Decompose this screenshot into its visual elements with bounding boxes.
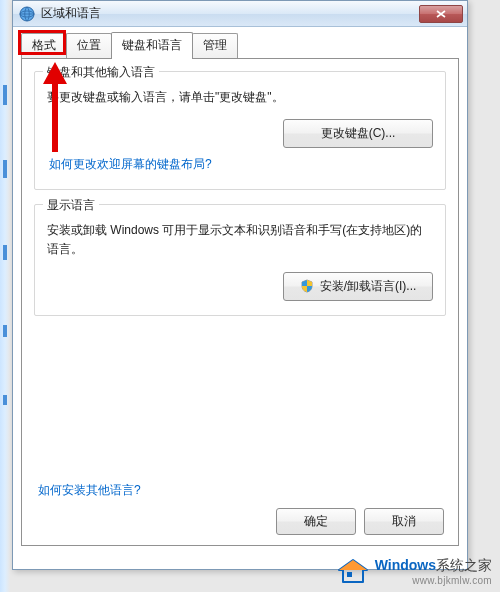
cancel-button[interactable]: 取消 <box>364 508 444 535</box>
welcome-screen-keyboard-link[interactable]: 如何更改欢迎屏幕的键盘布局? <box>49 157 212 171</box>
install-uninstall-languages-button[interactable]: 安装/卸载语言(I)... <box>283 272 433 301</box>
tab-format[interactable]: 格式 <box>21 33 67 58</box>
watermark-logo-icon <box>337 558 369 586</box>
dialog-button-row: 确定 取消 <box>276 508 444 535</box>
svg-marker-6 <box>339 560 367 570</box>
how-to-install-languages-link[interactable]: 如何安装其他语言? <box>38 482 141 499</box>
button-label: 确定 <box>304 513 328 530</box>
tab-label: 格式 <box>32 38 56 52</box>
watermark-url: www.bjkmlw.com <box>375 575 492 586</box>
window-title: 区域和语言 <box>41 5 419 22</box>
change-keyboards-button[interactable]: 更改键盘(C)... <box>283 119 433 148</box>
button-label: 更改键盘(C)... <box>321 125 396 142</box>
svg-rect-7 <box>347 572 352 577</box>
tab-label: 位置 <box>77 38 101 52</box>
group-keyboards: 键盘和其他输入语言 要更改键盘或输入语言，请单击"更改键盘"。 更改键盘(C).… <box>34 71 446 190</box>
tab-keyboards-languages[interactable]: 键盘和语言 <box>111 32 193 58</box>
titlebar[interactable]: 区域和语言 <box>13 1 467 27</box>
group-keyboards-title: 键盘和其他输入语言 <box>43 64 159 81</box>
group-display-language: 显示语言 安装或卸载 Windows 可用于显示文本和识别语音和手写(在支持地区… <box>34 204 446 315</box>
button-label: 取消 <box>392 513 416 530</box>
group-display-desc: 安装或卸载 Windows 可用于显示文本和识别语音和手写(在支持地区)的语言。 <box>47 221 433 259</box>
tab-label: 管理 <box>203 38 227 52</box>
tab-strip: 格式 位置 键盘和语言 管理 <box>21 33 459 58</box>
ok-button[interactable]: 确定 <box>276 508 356 535</box>
group-display-title: 显示语言 <box>43 197 99 214</box>
region-language-window: 区域和语言 格式 位置 键盘和语言 管理 键盘和其他输入语言 要更改键盘或输入语… <box>12 0 468 570</box>
button-label: 安装/卸载语言(I)... <box>320 278 417 295</box>
tab-panel: 键盘和其他输入语言 要更改键盘或输入语言，请单击"更改键盘"。 更改键盘(C).… <box>21 58 459 546</box>
tab-label: 键盘和语言 <box>122 38 182 52</box>
tab-location[interactable]: 位置 <box>66 33 112 58</box>
watermark-brand: Windows系统之家 <box>375 557 492 575</box>
uac-shield-icon <box>300 279 314 293</box>
tab-administrative[interactable]: 管理 <box>192 33 238 58</box>
globe-icon <box>19 6 35 22</box>
group-keyboards-desc: 要更改键盘或输入语言，请单击"更改键盘"。 <box>47 88 433 107</box>
watermark: Windows系统之家 www.bjkmlw.com <box>337 557 492 586</box>
close-button[interactable] <box>419 5 463 23</box>
desktop-background-edge <box>0 0 10 592</box>
close-icon <box>436 10 446 18</box>
